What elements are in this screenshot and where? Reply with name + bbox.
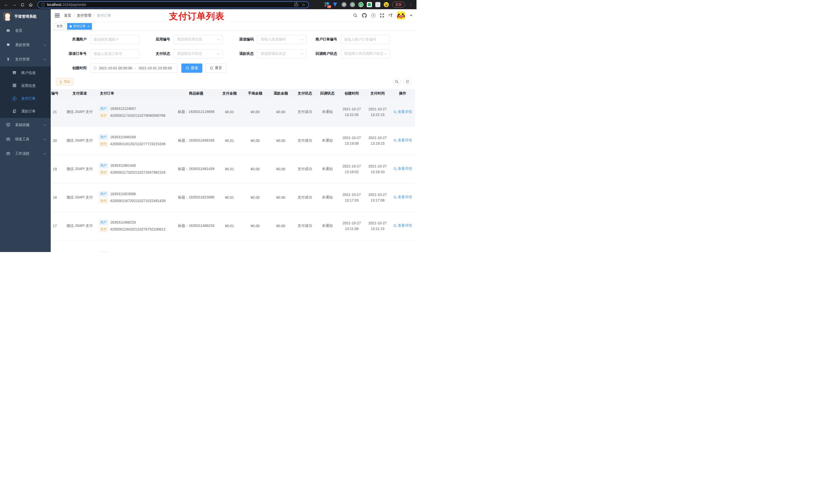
breadcrumb-current: 支付订单 [97,13,111,18]
yen-icon: ¥ [5,57,11,62]
breadcrumb-pay[interactable]: 支付管理 [77,13,91,18]
avatar[interactable] [397,11,405,20]
browser-update-button[interactable]: 更新 [392,2,405,8]
chevron-down-icon [384,52,387,55]
pay-time: 2021-10-2713:11:15 [365,212,390,240]
fee-amount [242,240,268,252]
reset-button[interactable]: 重置 [206,64,227,73]
view-detail-link[interactable]: 查看详情 [394,223,412,228]
extension-badge: 10 [327,5,331,8]
breadcrumb-home[interactable]: 首页 [64,13,71,18]
pay-channel: 微信 JSAPI 支付 [61,126,99,155]
create-time: 2021-10-2713:22:05 [339,98,365,126]
sidebar-item-refund-order[interactable]: 退款订单 [0,105,51,118]
hamburger-icon[interactable] [55,13,60,19]
pay-order-no: 4200001167202110271022491439 [110,199,165,203]
pay-status [293,240,316,252]
tab-pay-order[interactable]: 支付订单 × [67,23,92,30]
command-extension-icon[interactable]: ⌘ [341,2,347,7]
create-time: 2021-10-2713:19:09 [339,126,365,155]
merchant-tag: 商户 [99,163,108,168]
fullscreen-icon[interactable] [380,13,384,18]
view-detail-link[interactable]: 查看详情 [394,110,412,114]
document-icon [11,109,18,114]
sidebar-item-pay[interactable]: ¥ 支付管理 [0,52,51,67]
tabs-extension-icon[interactable]: 10 [325,2,330,7]
sidebar-item-merchant-info[interactable]: 商户信息 [0,67,51,79]
merchant-order-no-input[interactable] [341,35,390,44]
puzzle-extensions-icon[interactable] [375,2,380,7]
url-text: localhost:1024/pay/order [47,3,86,7]
sidebar-item-infra[interactable]: 基础设施 [0,118,51,132]
refresh-icon [210,66,213,70]
pay-status-select[interactable]: 请选择支付状态 [174,49,223,58]
home-icon[interactable] [28,0,34,9]
order-numbers: 商户 1635311949168 支付 42000011812021102777… [99,126,176,155]
table-row: 17 微信 JSAPI 支付 商户 1635311468233 支付 [51,212,415,240]
view-detail-link[interactable]: 查看详情 [394,195,412,199]
back-icon[interactable]: ← [3,0,9,9]
notify-status: 未通知 [316,212,339,240]
pay-time: 2021-10-2713:18:10 [365,155,390,183]
show-search-toggle-button[interactable] [393,78,401,86]
bookmark-star-icon[interactable]: ☆ [302,2,305,7]
create-time: 2021-10-2713:18:02 [339,155,365,183]
reload-icon[interactable] [20,0,26,9]
yen-circle-icon: ¥ [11,96,18,101]
site-info-icon[interactable]: i [41,3,45,7]
refresh-table-button[interactable] [404,78,411,86]
browser-menu-icon[interactable]: ⋮ [408,2,413,7]
sidebar-item-workflow[interactable]: 工作流程 [0,146,51,161]
address-bar[interactable]: i localhost:1024/pay/order ☆ [38,1,309,8]
pay-status-label: 支付状态 [139,51,170,56]
app-logo-row[interactable]: 芋道管理系统 [0,9,51,24]
y-extension-icon[interactable]: y [358,2,363,7]
sidebar-item-app-info[interactable]: 应用信息 [0,79,51,92]
refund-amount: ¥0.00 [268,183,293,212]
order-id: 19 [51,155,61,183]
view-detail-link[interactable]: 查看详情 [394,166,412,171]
refund-status-label: 退款状态 [223,51,254,56]
annotation-text: 支付订单列表 [169,10,224,22]
notify-status-select[interactable]: 请选择订单回调商户状态 [341,49,390,58]
channel-code-select[interactable]: 请输入渠道编码 [257,35,306,44]
create-time-range-picker[interactable]: 2021-10-01 00:00:00 - 2021-10-31 23:59:5… [90,64,177,73]
chat-extension-icon[interactable] [367,2,372,7]
app-select[interactable]: 请选择应用信息 [174,35,223,44]
help-icon[interactable]: ? [371,13,376,18]
chevron-down-icon [217,52,220,55]
tab-home[interactable]: 首页 [54,23,65,30]
sidebar-item-system[interactable]: 系统管理 [0,38,51,52]
export-button[interactable]: 导出 [56,78,74,86]
view-detail-link[interactable]: 查看详情 [394,138,412,143]
fee-amount: ¥0.00 [242,155,268,183]
fee-amount: ¥0.00 [242,98,268,126]
sidebar-item-home[interactable]: 首页 [0,24,51,38]
recorder-extension-icon[interactable] [350,2,355,7]
search-button[interactable]: 搜索 [181,64,203,73]
kite-extension-icon[interactable] [333,2,338,7]
table-header-row: 编号 支付渠道 支付订单 商品标题 支付金额 手续金额 退款金额 支付状态 回调… [51,89,415,98]
font-size-icon[interactable]: TT [388,13,393,18]
emoji-profile-icon[interactable] [384,2,389,7]
chevron-up-icon [44,58,46,61]
range-start: 2021-10-01 00:00:00 [99,66,132,70]
channel-order-no-input[interactable] [90,49,139,58]
refund-status-select[interactable]: 请选择退款状态 [257,49,306,58]
pay-time: 2021-10-2713:19:15 [365,126,390,155]
refund-amount: ¥0.00 [268,126,293,155]
merchant-tag: 商户 [99,191,108,197]
sidebar-item-dev-tools[interactable]: 研发工具 [0,132,51,146]
forward-icon[interactable]: → [11,0,18,9]
avatar-dropdown-icon[interactable] [410,15,412,16]
close-tab-icon[interactable]: × [88,25,89,28]
top-navbar: 首页 / 支付管理 / 支付订单 支付订单列表 ? TT [51,9,416,22]
pay-time: 2021-10-2713:17:08 [365,183,390,212]
search-icon[interactable] [353,13,358,18]
product-title: 标题：1635311949168 [176,126,217,155]
sidebar-item-pay-order[interactable]: ¥ 支付订单 [0,92,51,105]
github-icon[interactable] [362,13,367,18]
order-id [51,240,61,252]
merchant-input[interactable] [90,35,139,44]
share-icon[interactable] [294,2,298,7]
